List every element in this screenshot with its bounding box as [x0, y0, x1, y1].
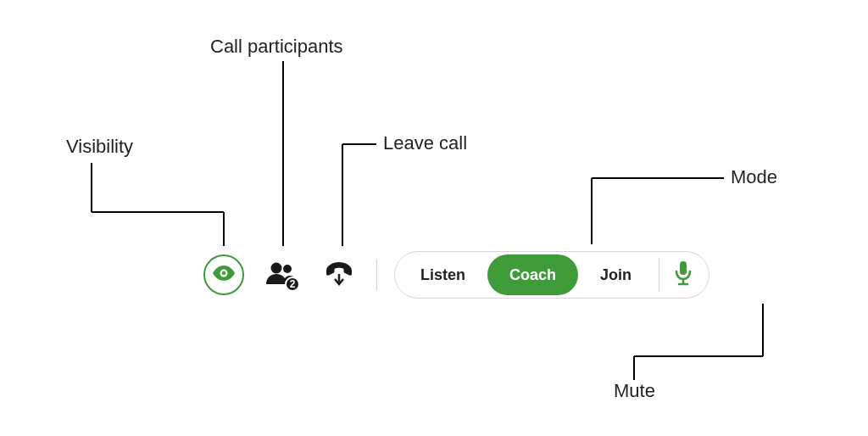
visibility-button[interactable] [203, 254, 244, 295]
call-toolbar: 2 Listen Coach Join [203, 251, 709, 299]
mode-join[interactable]: Join [578, 254, 654, 295]
mute-button[interactable] [661, 254, 705, 295]
participants-count-badge: 2 [285, 277, 300, 292]
mode-coach[interactable]: Coach [487, 254, 578, 295]
annotation-mute: Mute [614, 380, 655, 402]
annotation-connectors [0, 0, 868, 436]
annotation-participants: Call participants [210, 36, 343, 58]
mode-listen[interactable]: Listen [398, 254, 487, 295]
eye-icon [213, 266, 235, 284]
hangup-icon [325, 260, 353, 289]
mode-selector: Listen Coach Join [394, 251, 709, 299]
annotation-visibility: Visibility [66, 136, 133, 158]
svg-rect-16 [680, 261, 687, 275]
diagram-stage: Visibility Call participants Leave call … [0, 0, 868, 436]
annotation-mode: Mode [731, 166, 777, 188]
microphone-icon [674, 260, 693, 289]
participants-button[interactable]: 2 [261, 254, 302, 295]
toolbar-separator [376, 260, 377, 290]
annotation-leave-call: Leave call [383, 132, 467, 154]
svg-point-12 [222, 271, 225, 275]
svg-point-14 [283, 265, 292, 273]
leave-call-button[interactable] [319, 254, 359, 295]
mode-separator [659, 258, 659, 292]
svg-point-13 [271, 263, 282, 274]
